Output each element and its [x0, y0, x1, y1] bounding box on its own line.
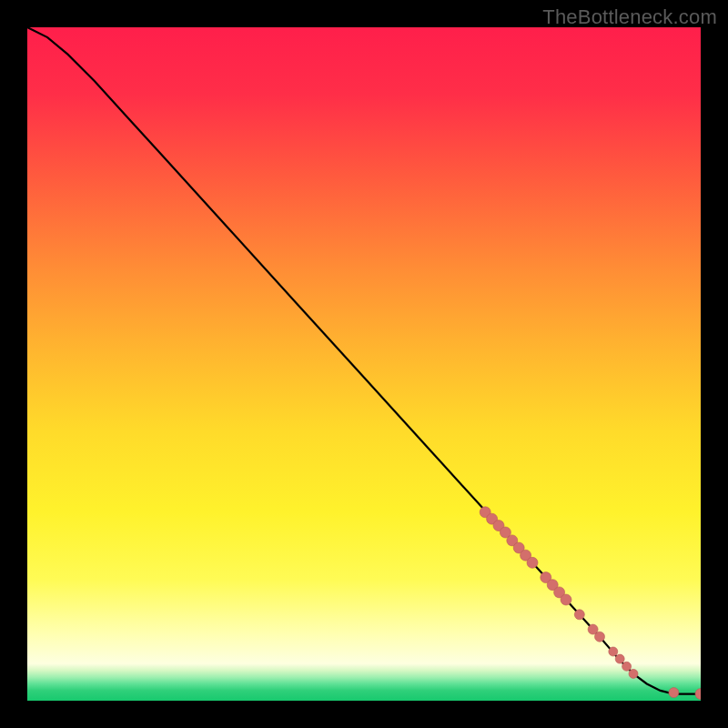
curve-marker — [561, 594, 571, 605]
chart-overlay — [27, 27, 701, 701]
curve-marker — [615, 654, 624, 663]
curve-marker — [695, 689, 701, 700]
curve-marker — [527, 557, 538, 568]
curve-marker — [574, 610, 584, 620]
plot-area — [27, 27, 701, 701]
curve-line — [27, 27, 701, 694]
curve-marker — [595, 632, 605, 642]
curve-marker — [609, 647, 618, 656]
marker-group — [480, 507, 701, 700]
watermark-text: TheBottleneck.com — [542, 5, 717, 29]
chart-stage: TheBottleneck.com — [0, 0, 728, 728]
curve-marker — [629, 669, 638, 678]
curve-marker — [622, 662, 632, 671]
curve-marker — [669, 688, 679, 698]
